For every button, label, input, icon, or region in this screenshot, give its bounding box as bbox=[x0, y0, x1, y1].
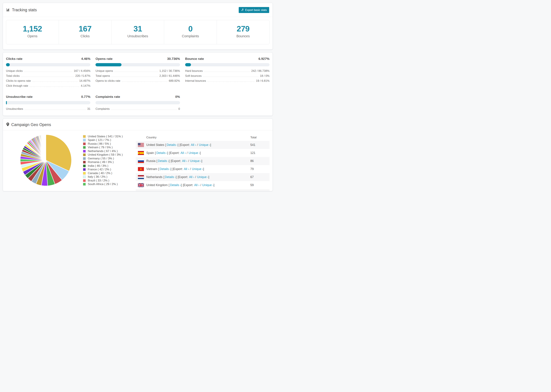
progress-bar bbox=[185, 63, 269, 66]
stat-label: Opens bbox=[6, 34, 59, 38]
rate-row-value: 31 bbox=[87, 107, 90, 111]
export-basic-stats-button[interactable]: Export basic stats bbox=[239, 7, 269, 13]
details-link[interactable]: Details › bbox=[156, 151, 167, 155]
legend-item: Canada ( 40 / 2% ) bbox=[83, 171, 136, 175]
campaign-geo-opens-card: Campaign Geo Opens United States ( 541 /… bbox=[3, 119, 273, 191]
rate-row-label: Opens to clicks rate bbox=[95, 79, 120, 83]
dotted-leader bbox=[204, 72, 250, 72]
country-name: Vietnam bbox=[146, 167, 157, 171]
details-link[interactable]: Details › bbox=[160, 167, 171, 171]
export-unique-link[interactable]: Unique › bbox=[199, 143, 210, 147]
geo-table-header: Country Total bbox=[136, 134, 269, 141]
stat-value: 0 bbox=[164, 24, 217, 33]
legend-item: Vietnam ( 79 / 5% ) bbox=[83, 146, 136, 149]
export-label: Export: bbox=[173, 167, 183, 171]
rate-row-value: 1,152 / 30.736% bbox=[159, 69, 180, 72]
details-link[interactable]: Details › bbox=[167, 143, 178, 147]
table-row: Germany[Details ›][Export:All ›/Unique ›… bbox=[136, 189, 269, 191]
legend-swatch bbox=[83, 146, 86, 149]
legend-label: Spain ( 121 / 7% ) bbox=[88, 138, 111, 142]
rate-head: Unsubscribe rate0.77% bbox=[6, 95, 90, 99]
export-all-link[interactable]: All › bbox=[181, 151, 186, 155]
export-all-link[interactable]: All › bbox=[184, 167, 189, 171]
rate-value: 0.77% bbox=[81, 95, 90, 99]
rate-row-label: Unsubscribes bbox=[6, 107, 23, 111]
legend-item: Netherlands ( 67 / 4% ) bbox=[83, 149, 136, 153]
rate-block: Bounce rate6.927%Hard bounces242 / 86.73… bbox=[185, 57, 269, 87]
legend-item: Russia ( 86 / 5% ) bbox=[83, 142, 136, 146]
bracket: ] bbox=[200, 151, 201, 155]
slash: / bbox=[187, 151, 188, 155]
legend-label: Vietnam ( 79 / 5% ) bbox=[88, 146, 113, 149]
table-row: Netherlands[Details ›][Export:All ›/Uniq… bbox=[136, 173, 269, 181]
bracket: ] bbox=[169, 159, 170, 163]
total-value: 59 bbox=[250, 183, 269, 187]
rate-block: Opens rate30.736%Unique opens1,152 / 30.… bbox=[95, 57, 180, 87]
bracket: ] bbox=[167, 151, 168, 155]
rate-row-label: Unique clicks bbox=[6, 69, 23, 72]
geo-pie-chart bbox=[6, 133, 74, 187]
legend-label: Netherlands ( 67 / 4% ) bbox=[88, 149, 118, 153]
table-row: United Kingdom[Details ›][Export:All ›/U… bbox=[136, 181, 269, 189]
export-unique-link[interactable]: Unique › bbox=[197, 175, 208, 179]
slash: / bbox=[190, 167, 191, 171]
stat-value: 31 bbox=[112, 24, 164, 33]
legend-item: France ( 42 / 2% ) bbox=[83, 168, 136, 172]
dotted-leader bbox=[203, 77, 259, 77]
rate-row-value: 242 / 86.738% bbox=[251, 69, 269, 72]
geo-content: United States ( 541 / 31% )Spain ( 121 /… bbox=[3, 130, 273, 191]
rate-title: Complaints rate bbox=[95, 95, 120, 99]
rate-row-value: 2,303 / 61.446% bbox=[159, 74, 180, 77]
pie-chart-svg bbox=[19, 134, 72, 187]
details-link[interactable]: Details › bbox=[158, 159, 169, 163]
rate-row-value: 19 / 6.81% bbox=[256, 79, 269, 83]
progress-fill bbox=[6, 101, 7, 104]
rate-head: Clicks rate4.46% bbox=[6, 57, 90, 61]
export-all-link[interactable]: All › bbox=[182, 159, 187, 163]
export-unique-link[interactable]: Unique › bbox=[202, 183, 213, 187]
export-unique-link[interactable]: Unique › bbox=[190, 159, 201, 163]
export-label: Export: bbox=[171, 159, 181, 163]
export-icon bbox=[241, 8, 244, 12]
legend-item: Italy ( 36 / 2% ) bbox=[83, 175, 136, 179]
slash: / bbox=[197, 143, 198, 147]
legend-item: Germany ( 55 / 3% ) bbox=[83, 157, 136, 161]
export-all-link[interactable]: All › bbox=[191, 143, 196, 147]
bracket: ] bbox=[178, 143, 178, 147]
rate-row: Opens to clicks rate689.82% bbox=[95, 79, 180, 83]
legend-item: United Kingdom ( 59 / 3% ) bbox=[83, 153, 136, 157]
total-value: 79 bbox=[250, 167, 269, 171]
country-cell: Netherlands[Details ›][Export:All ›/Uniq… bbox=[146, 175, 250, 179]
export-all-link[interactable]: All › bbox=[194, 183, 199, 187]
dotted-leader bbox=[111, 77, 158, 77]
table-row: Vietnam[Details ›][Export:All ›/Unique ›… bbox=[136, 165, 269, 173]
rate-row: Click through rate4.147% bbox=[6, 84, 90, 87]
progress-bar bbox=[95, 101, 180, 104]
rate-row: Hard bounces242 / 86.738% bbox=[185, 69, 269, 72]
rate-rows: Unsubscribes31 bbox=[6, 107, 90, 111]
rate-row-label: Internal bounces bbox=[185, 79, 206, 83]
geo-table-body: United States[Details ›][Export:All ›/Un… bbox=[136, 141, 269, 191]
export-unique-link[interactable]: Unique › bbox=[189, 151, 200, 155]
export-button-label: Export basic stats bbox=[245, 8, 267, 12]
rate-row-value: 689.82% bbox=[169, 79, 180, 83]
legend-swatch bbox=[83, 168, 86, 171]
legend-item: Spain ( 121 / 7% ) bbox=[83, 138, 136, 142]
pie-slice bbox=[46, 135, 46, 160]
details-link[interactable]: Details › bbox=[165, 175, 176, 179]
export-all-link[interactable]: All › bbox=[189, 175, 194, 179]
stats-row: 1,152Opens167Clicks31Unsubscribes0Compla… bbox=[6, 20, 269, 44]
export-unique-link[interactable]: Unique › bbox=[192, 167, 203, 171]
table-row: Russia[Details ›][Export:All ›/Unique ›]… bbox=[136, 157, 269, 165]
flag-vn-icon bbox=[138, 167, 144, 171]
rate-row-value: 18 / 0% bbox=[260, 74, 269, 77]
stat-cell: 1,152Opens bbox=[6, 20, 59, 44]
details-link[interactable]: Details › bbox=[170, 183, 181, 187]
dotted-leader bbox=[24, 110, 86, 110]
progress-bar bbox=[95, 63, 180, 66]
page-title: Tracking stats bbox=[12, 8, 37, 12]
total-value: 541 bbox=[250, 143, 269, 147]
progress-bar bbox=[6, 101, 90, 104]
legend-label: Italy ( 36 / 2% ) bbox=[88, 175, 107, 179]
bracket: [ bbox=[158, 167, 159, 171]
